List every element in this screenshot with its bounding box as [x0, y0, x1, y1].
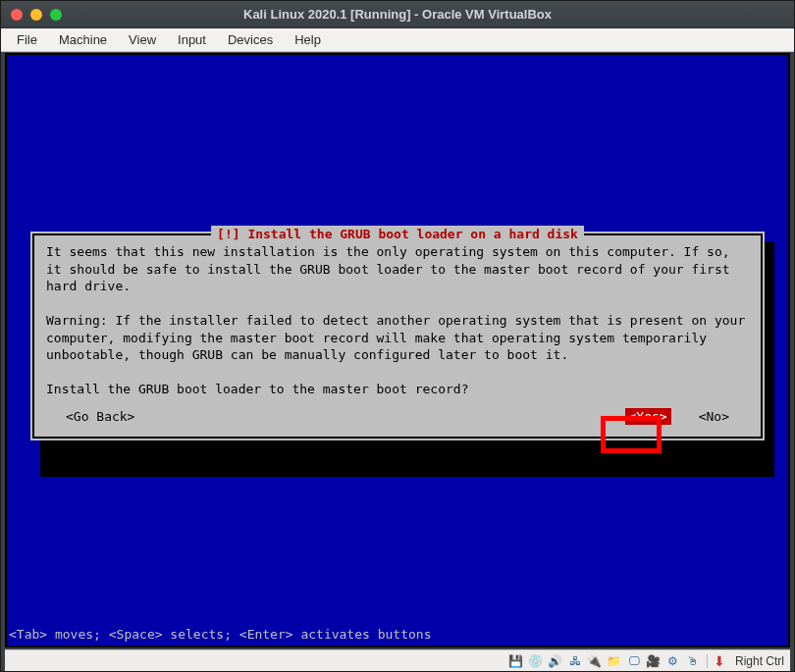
menu-file[interactable]: File: [7, 30, 47, 49]
minimize-window-icon[interactable]: [30, 9, 42, 21]
menu-input[interactable]: Input: [168, 30, 216, 49]
menu-machine[interactable]: Machine: [49, 30, 117, 49]
menu-help[interactable]: Help: [285, 30, 331, 49]
dialog-paragraph-2: Warning: If the installer failed to dete…: [46, 313, 753, 362]
installer-footer-hint: <Tab> moves; <Space> selects; <Enter> ac…: [9, 626, 786, 644]
yes-button[interactable]: <Yes>: [625, 408, 671, 426]
optical-drive-icon[interactable]: 💿: [528, 653, 544, 669]
dialog-body: It seems that this new installation is t…: [46, 243, 749, 398]
maximize-window-icon[interactable]: [50, 9, 62, 21]
menu-view[interactable]: View: [119, 30, 166, 49]
dialog-border: [!] Install the GRUB boot loader on a ha…: [32, 233, 763, 439]
close-window-icon[interactable]: [11, 9, 23, 21]
dialog-title: [!] Install the GRUB boot loader on a ha…: [211, 226, 584, 243]
dialog-paragraph-1: It seems that this new installation is t…: [46, 244, 737, 293]
no-button[interactable]: <No>: [699, 408, 729, 426]
menu-devices[interactable]: Devices: [218, 30, 283, 49]
window-title: Kali Linux 2020.1 [Running] - Oracle VM …: [1, 7, 794, 22]
separator: [707, 654, 708, 668]
network-icon[interactable]: 🖧: [567, 653, 583, 669]
go-back-button[interactable]: <Go Back>: [66, 408, 134, 426]
hostkey-indicator-icon: ⬇: [714, 653, 725, 669]
processor-icon[interactable]: ⚙: [665, 653, 681, 669]
audio-icon[interactable]: 🔊: [548, 653, 563, 669]
vm-window: Kali Linux 2020.1 [Running] - Oracle VM …: [0, 0, 795, 672]
display-icon[interactable]: 🖵: [626, 653, 642, 669]
window-controls: [1, 9, 62, 21]
hostkey-label: Right Ctrl: [735, 654, 784, 668]
titlebar: Kali Linux 2020.1 [Running] - Oracle VM …: [1, 1, 794, 28]
dialog-question: Install the GRUB boot loader to the mast…: [46, 382, 468, 396]
hard-disk-icon[interactable]: 💾: [508, 653, 524, 669]
mouse-integration-icon[interactable]: 🖱: [685, 653, 701, 669]
vm-screen[interactable]: [!] Install the GRUB boot loader on a ha…: [5, 53, 790, 647]
dialog-buttons: <Go Back> <Yes> <No>: [46, 408, 749, 428]
statusbar: 💾 💿 🔊 🖧 🔌 📁 🖵 🎥 ⚙ 🖱 ⬇ Right Ctrl: [5, 649, 790, 671]
usb-icon[interactable]: 🔌: [587, 653, 603, 669]
menubar: File Machine View Input Devices Help: [1, 28, 794, 52]
dialog-wrap: [!] Install the GRUB boot loader on a ha…: [30, 232, 765, 440]
recording-icon[interactable]: 🎥: [646, 653, 662, 669]
shared-folders-icon[interactable]: 📁: [607, 653, 622, 669]
grub-dialog: [!] Install the GRUB boot loader on a ha…: [30, 232, 765, 440]
installer-background: [!] Install the GRUB boot loader on a ha…: [7, 55, 788, 646]
